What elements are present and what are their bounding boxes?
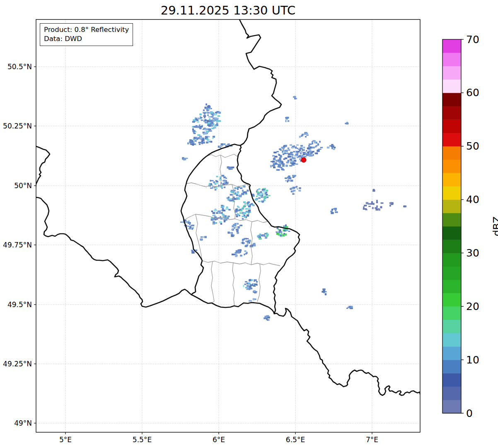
echo-pixel [213, 223, 215, 224]
echo-pixel [251, 203, 253, 205]
echo-pixel [259, 195, 261, 196]
echo-pixel [204, 117, 205, 119]
echo-pixel [305, 153, 307, 154]
echo-pixel [294, 96, 296, 98]
y-tick-label: 49.5°N [7, 300, 32, 309]
echo-pixel [209, 141, 211, 143]
echo-pixel [193, 126, 196, 128]
echo-pixel [238, 250, 241, 252]
echo-pixel [243, 201, 246, 203]
echo-pixel [218, 120, 221, 122]
echo-pixel [300, 145, 303, 147]
echo-pixel [191, 228, 193, 230]
echo-pixel [259, 236, 261, 238]
echo-pixel [291, 162, 293, 163]
echo-pixel [371, 203, 374, 204]
colorbar-band [442, 160, 461, 173]
echo-pixel [376, 206, 378, 208]
colorbar-band [442, 186, 461, 200]
echo-pixel [213, 118, 215, 119]
echo-pixel [316, 143, 317, 144]
echo-pixel [208, 105, 210, 107]
echo-pixel [243, 213, 245, 215]
annotation-data-line: Data: DWD [44, 34, 129, 44]
echo-pixel [278, 161, 280, 163]
echo-pixel [248, 213, 249, 215]
echo-pixel [381, 202, 384, 203]
colorbar-band [442, 400, 461, 414]
national-border [36, 146, 50, 187]
echo-pixel [309, 151, 312, 153]
echo-pixel [196, 249, 197, 251]
echo-pixel [234, 227, 235, 229]
national-border [36, 197, 191, 307]
echo-pixel [290, 152, 293, 153]
colorbar-band [442, 360, 461, 373]
echo-pixel [267, 196, 268, 198]
echo-pixel [221, 187, 222, 189]
y-tick-label: 49.25°N [3, 360, 32, 368]
district-border [257, 264, 261, 302]
echo-pixel [187, 226, 189, 227]
echo-pixel [299, 187, 301, 189]
echo-pixel [200, 126, 203, 127]
echo-pixel [235, 227, 237, 228]
echo-pixel [247, 285, 249, 287]
echo-pixel [305, 136, 307, 137]
echo-pixel [207, 110, 209, 111]
echo-pixel [295, 146, 297, 148]
echo-pixel [197, 126, 199, 128]
echo-pixel [220, 145, 222, 147]
echo-pixel [296, 153, 298, 154]
echo-pixel [189, 141, 191, 142]
echo-pixel [212, 186, 213, 188]
echo-pixel [265, 192, 267, 194]
echo-pixel [296, 164, 297, 165]
echo-pixel [288, 153, 290, 155]
echo-pixel [207, 114, 209, 116]
echo-pixel [285, 145, 287, 147]
colorbar-band [442, 240, 461, 253]
echo-pixel [246, 211, 248, 213]
echo-pixel [312, 140, 315, 141]
echo-pixel [237, 188, 239, 190]
echo-pixel [192, 130, 195, 132]
echo-pixel [254, 199, 257, 201]
y-tick-label: 50.5°N [7, 63, 32, 71]
echo-pixel [244, 250, 247, 252]
echo-pixel [253, 243, 255, 245]
echo-pixel [185, 220, 186, 221]
colorbar-band [442, 280, 461, 293]
colorbar-tick-label: 60 [466, 87, 479, 99]
echo-pixel [289, 165, 292, 166]
echo-pixel [293, 162, 296, 164]
echo-pixel [208, 124, 210, 126]
echo-pixel [273, 167, 276, 168]
echo-pixel [281, 168, 283, 170]
echo-pixel [315, 153, 318, 154]
echo-pixel [230, 168, 232, 170]
colorbar-band [442, 373, 461, 387]
echo-pixel [257, 193, 260, 195]
echo-pixel [199, 125, 201, 126]
echo-pixel [210, 188, 213, 189]
echo-pixel [245, 192, 247, 194]
echo-pixel [245, 245, 248, 247]
echo-pixel [200, 117, 202, 119]
echo-pixel [246, 252, 247, 254]
district-border [207, 154, 239, 157]
echo-pixel [306, 150, 307, 151]
echo-pixel [247, 190, 249, 192]
echo-pixel [290, 180, 293, 182]
echo-pixel [202, 236, 204, 238]
echo-pixel [290, 188, 293, 189]
echo-pixel [279, 234, 281, 235]
radar-site-marker [301, 157, 306, 162]
echo-pixel [287, 177, 290, 178]
echo-pixel [317, 143, 319, 145]
echo-pixel [320, 147, 323, 148]
echo-pixel [220, 147, 221, 148]
echo-pixel [273, 158, 276, 160]
echo-pixel [213, 124, 214, 126]
echo-pixel [376, 200, 378, 201]
